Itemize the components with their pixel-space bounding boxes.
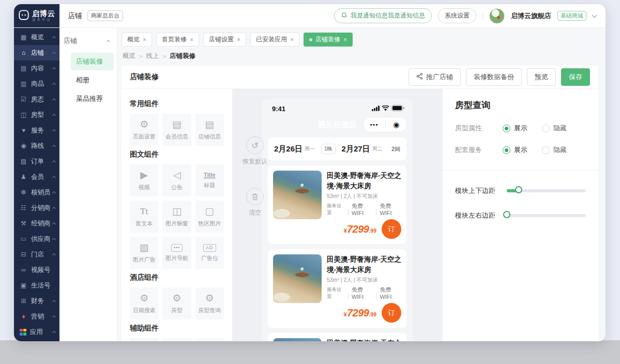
sidebar-item-content[interactable]: ▤内容: [14, 60, 59, 76]
chevron-up-icon: [52, 237, 56, 241]
component-tile-room-type[interactable]: ⚙房型: [162, 287, 191, 320]
app-window: 启博云 业务中台 店铺 商家总后台 我是通知信息我是通知信息 系统设置 启博云旗…: [14, 4, 606, 341]
breadcrumb-online[interactable]: 线上: [146, 52, 159, 60]
notification-button[interactable]: 我是通知信息我是通知信息: [334, 8, 432, 23]
sidebar-item-stores[interactable]: ⊟门店: [14, 247, 59, 262]
tab-home-decoration[interactable]: 首页装修×: [156, 33, 199, 47]
component-tile-shop-info[interactable]: ▤店铺信息: [195, 114, 224, 146]
logo[interactable]: 启博云 业务中台: [14, 4, 59, 27]
component-tile-aux-blank[interactable]: ⊔辅助空白: [162, 338, 191, 341]
sidebar-item-marketing[interactable]: ♦营销: [14, 309, 59, 324]
decoration-backup-button[interactable]: 装修数据备份: [466, 68, 522, 86]
wheel-icon: ☸: [20, 189, 27, 196]
component-tile-video[interactable]: ▶视频: [130, 164, 158, 196]
chevron-up-icon: [52, 315, 56, 318]
component-tile-room-query[interactable]: ⚙房型查询: [195, 287, 224, 320]
submenu-item-dish-recommend[interactable]: 菜品推荐: [71, 90, 114, 108]
close-icon[interactable]: ×: [343, 36, 347, 43]
tab-shop-decoration[interactable]: 店铺装修×: [304, 33, 353, 47]
sidebar-item-room-status[interactable]: ☑房态: [14, 92, 59, 107]
avatar[interactable]: [489, 8, 505, 24]
chevron-up-icon: [52, 36, 56, 39]
system-settings-button[interactable]: 系统设置: [438, 8, 476, 23]
component-tile-aux-line[interactable]: ≡辅助线: [130, 338, 158, 341]
component-tile-page-settings[interactable]: ⚙页面设置: [130, 114, 158, 146]
sidebar-item-life-account[interactable]: ▣生活号: [14, 278, 59, 293]
chevron-down-icon[interactable]: [592, 12, 597, 18]
close-icon[interactable]: ×: [237, 36, 240, 43]
component-tile-ad-slot[interactable]: AD广告位: [195, 237, 224, 269]
tab-installed-apps[interactable]: 已安装应用×: [250, 33, 299, 47]
preview-button[interactable]: 预览: [527, 68, 556, 86]
sidebar-item-video-account[interactable]: ∞视频号: [14, 262, 59, 278]
merchant-backend-badge: 商家总后台: [87, 10, 123, 21]
sidebar-item-orders[interactable]: ▧订单: [14, 154, 59, 169]
breadcrumb-separator: >: [162, 53, 165, 59]
title-icon: Title: [204, 172, 215, 179]
component-tile-announcement[interactable]: ◁公告: [162, 164, 191, 196]
radio-show[interactable]: 展示: [503, 124, 527, 133]
close-icon[interactable]: ×: [290, 36, 294, 43]
room-services: 服务设置免费WIFI免费WIFI: [327, 202, 401, 216]
tab-shop-settings[interactable]: 店铺设置×: [203, 33, 246, 47]
component-tile-image-window[interactable]: ◫图片橱窗: [162, 201, 191, 233]
horizontal-margin-slider[interactable]: [507, 214, 586, 217]
component-tile-member-info[interactable]: ▤会员信息: [162, 114, 191, 146]
chevron-up-icon: [52, 129, 56, 132]
component-tile-date-search[interactable]: ⚙日期搜索: [130, 287, 158, 320]
sidebar-item-shop[interactable]: ⌂店铺: [14, 45, 59, 60]
layout-icon: ◫: [172, 206, 182, 217]
sidebar-item-suppliers[interactable]: ▭供应商: [14, 231, 59, 247]
tab-overview[interactable]: 概览×: [122, 33, 152, 47]
radio-icon: [542, 146, 550, 154]
breadcrumb-overview[interactable]: 概览: [123, 52, 135, 60]
book-button[interactable]: 订: [382, 303, 401, 323]
checkin-date: 2月26日: [274, 144, 303, 154]
date-search-module[interactable]: 2月26日 周一 1晚 2月27日 周二 2间: [268, 138, 406, 160]
sidebar-item-apps[interactable]: 应用: [14, 324, 59, 340]
submenu-item-album[interactable]: 相册: [71, 71, 114, 89]
sidebar-item-dealers[interactable]: ⚒经销商: [14, 216, 59, 231]
section-title-common: 常用组件: [130, 99, 224, 109]
finance-icon: ⊞: [20, 297, 27, 305]
slider-handle[interactable]: [503, 211, 510, 218]
radio-icon: [503, 125, 510, 132]
sidebar-item-finance[interactable]: ⊞财务: [14, 293, 59, 309]
sidebar-item-goods[interactable]: ▥商品: [14, 76, 59, 92]
room-card[interactable]: 田美澳-野奢海岸-天空之境-海景大床房 53m² | 2人 | 不可加床 服务设…: [268, 333, 406, 341]
sidebar-item-services[interactable]: ♥服务: [14, 123, 59, 138]
component-tile-title[interactable]: Title标题: [195, 164, 224, 196]
component-tile-rich-text[interactable]: Tt富文本: [130, 201, 158, 233]
radio-hide[interactable]: 隐藏: [542, 145, 567, 155]
promote-shop-button[interactable]: 推广店铺: [409, 68, 461, 86]
slider-handle[interactable]: [515, 186, 522, 193]
component-tile-image-nav[interactable]: •••图片导航: [162, 237, 191, 269]
vertical-margin-slider[interactable]: [507, 189, 586, 192]
component-tile-customer-service[interactable]: ∩客服: [195, 338, 224, 341]
room-card[interactable]: 田美澳-野奢海岸-天空之境-海景大床房 53m² | 2人 | 不可加床 服务设…: [268, 165, 406, 244]
submenu-header[interactable]: 店铺: [59, 28, 117, 52]
sidebar-item-room-type[interactable]: ◫房型: [14, 107, 59, 123]
chevron-up-icon: [52, 253, 56, 256]
radio-show[interactable]: 展示: [503, 145, 527, 155]
support-services-setting: 配套服务 展示 隐藏: [455, 145, 586, 155]
component-tile-image-ad[interactable]: ▧图片广告: [130, 237, 158, 269]
sidebar-item-routes[interactable]: ◉路线: [14, 138, 59, 154]
component-tile-hotspot-image[interactable]: ▢热区图片: [195, 201, 224, 233]
save-button[interactable]: 保存: [561, 68, 590, 86]
radio-hide[interactable]: 隐藏: [542, 124, 567, 133]
sidebar-item-distributors[interactable]: ☷分销商: [14, 200, 59, 216]
book-button[interactable]: 订: [382, 219, 401, 239]
status-time: 9:41: [272, 105, 285, 113]
close-icon[interactable]: ×: [190, 36, 193, 43]
submenu-item-shop-decoration[interactable]: 店铺装修: [71, 53, 114, 70]
sidebar-item-members[interactable]: ♟会员: [14, 169, 59, 185]
speaker-icon: ◁: [173, 170, 181, 181]
sidebar-item-verifiers[interactable]: ☸核销员: [14, 185, 59, 200]
share-icon: [416, 73, 423, 81]
restore-default-button[interactable]: ↺ 恢复默认: [243, 136, 267, 166]
room-card[interactable]: 田美澳-野奢海岸-天空之境-海景大床房 53m² | 2人 | 不可加床 服务设…: [268, 249, 406, 328]
clear-button[interactable]: 清空: [246, 188, 264, 217]
close-icon[interactable]: ×: [143, 36, 146, 43]
sidebar-item-overview[interactable]: ▦概览: [14, 29, 59, 45]
